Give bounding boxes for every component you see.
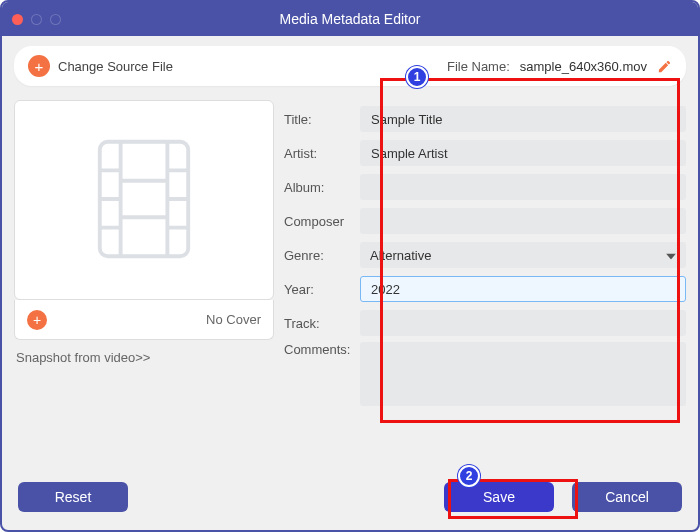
film-icon — [89, 134, 199, 267]
editor-window: Media Metadata Editor + Change Source Fi… — [0, 0, 700, 532]
file-name-group: File Name: sample_640x360.mov — [447, 59, 672, 74]
comments-input[interactable] — [360, 342, 686, 406]
genre-label: Genre: — [284, 248, 360, 263]
year-input[interactable] — [360, 276, 686, 302]
cancel-button[interactable]: Cancel — [572, 482, 682, 512]
artist-input[interactable] — [360, 140, 686, 166]
window-title: Media Metadata Editor — [2, 11, 698, 27]
change-source-button[interactable]: + Change Source File — [28, 55, 173, 77]
main-area: + No Cover Snapshot from video>> Title: … — [2, 86, 698, 474]
genre-value: Alternative — [370, 248, 431, 263]
file-name-value: sample_640x360.mov — [520, 59, 647, 74]
album-input[interactable] — [360, 174, 686, 200]
snapshot-link[interactable]: Snapshot from video>> — [14, 350, 274, 365]
source-bar: + Change Source File File Name: sample_6… — [14, 46, 686, 86]
titlebar: Media Metadata Editor — [2, 2, 698, 36]
plus-icon: + — [28, 55, 50, 77]
pencil-icon — [657, 59, 672, 74]
composer-input[interactable] — [360, 208, 686, 234]
cover-panel: + No Cover Snapshot from video>> — [14, 100, 274, 474]
no-cover-label: No Cover — [206, 312, 261, 327]
track-input[interactable] — [360, 310, 686, 336]
save-button[interactable]: Save — [444, 482, 554, 512]
close-window-button[interactable] — [12, 14, 23, 25]
cover-footer: + No Cover — [14, 300, 274, 340]
track-label: Track: — [284, 316, 360, 331]
genre-select[interactable]: Alternative — [360, 242, 686, 268]
composer-label: Composer — [284, 214, 360, 229]
file-name-label: File Name: — [447, 59, 510, 74]
bottom-bar: Reset Save Cancel — [2, 474, 698, 530]
title-input[interactable] — [360, 106, 686, 132]
title-label: Title: — [284, 112, 360, 127]
caret-down-icon — [666, 248, 676, 263]
zoom-window-button[interactable] — [50, 14, 61, 25]
artist-label: Artist: — [284, 146, 360, 161]
comments-label: Comments: — [284, 342, 360, 357]
edit-filename-button[interactable] — [657, 59, 672, 74]
metadata-form: Title: Artist: Album: Composer Genre: — [284, 100, 686, 474]
album-label: Album: — [284, 180, 360, 195]
traffic-lights — [12, 14, 61, 25]
minimize-window-button[interactable] — [31, 14, 42, 25]
reset-button[interactable]: Reset — [18, 482, 128, 512]
year-label: Year: — [284, 282, 360, 297]
change-source-label: Change Source File — [58, 59, 173, 74]
add-cover-button[interactable]: + — [27, 310, 47, 330]
cover-preview — [14, 100, 274, 300]
